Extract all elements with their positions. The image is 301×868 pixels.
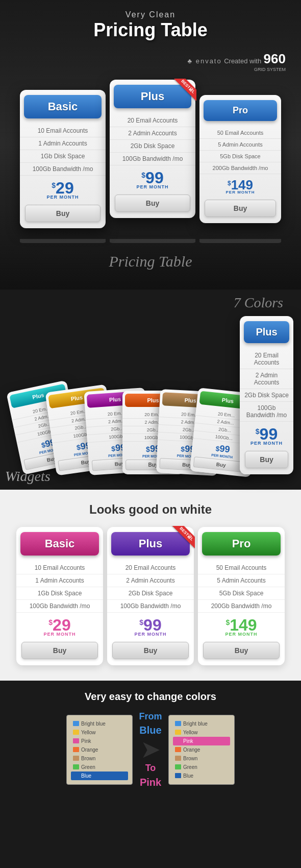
file-icon-bright-blue-left: [73, 721, 79, 726]
basic-dollar: $: [52, 182, 56, 189]
card-basic-dark: Basic 10 Email Accounts 1 Admin Accounts…: [20, 90, 106, 228]
card-basic-white: Basic 10 Email Accounts 1 Admin Accounts…: [16, 527, 103, 665]
bw-amount: 29: [53, 617, 71, 633]
bw-period: PER MONTH: [16, 632, 103, 637]
stacked-cards: Plus 20 Em... 2 Adm... 2Gb... 100Gb... $…: [15, 391, 255, 474]
from-to-text: From Blue: [139, 710, 162, 737]
file-item-orange-left: Orange: [71, 745, 128, 754]
pro-header-btn[interactable]: Pro: [204, 100, 277, 121]
best-deal-ribbon-white: [167, 526, 195, 554]
file-icon-brown-left: [73, 756, 79, 761]
grid-system-text: GRID SYSTEM: [5, 67, 286, 72]
fp-f3: 2Gb Disk Space: [240, 389, 293, 402]
file-icon-yellow-right: [175, 730, 181, 735]
file-icon-brown-right: [175, 756, 181, 761]
pw-buy[interactable]: Buy: [112, 642, 189, 659]
created-with-text: Created with: [224, 57, 261, 65]
fp-f4: 100Gb Bandwidth /mo: [240, 402, 293, 422]
fp-period: PER MONTH: [240, 441, 293, 446]
bw-f3: 1Gb Disk Space: [16, 587, 103, 600]
pw-period: PER MONTH: [107, 632, 194, 637]
basic-feature-1: 10 Email Accounts: [20, 125, 106, 137]
basic-header-btn[interactable]: Basic: [24, 95, 102, 118]
prw-f2: 5 Admin Accounts: [198, 574, 285, 587]
header-title: Pricing Table: [5, 19, 296, 41]
file-label-orange-right: Orange: [183, 747, 200, 753]
fp-dollar: $: [256, 428, 260, 435]
color-change-area: Bright blue Yellow Pink Orange Brown Gre…: [8, 710, 293, 789]
file-item-bright-blue-left: Bright blue: [71, 719, 128, 728]
file-icon-bright-blue-right: [175, 721, 181, 726]
pro-feature-1: 50 Email Accounts: [199, 127, 281, 139]
file-item-pink-right-selected[interactable]: Pink: [173, 737, 230, 745]
file-label-green-left: Green: [81, 764, 95, 770]
pw-f1: 20 Email Accounts: [107, 562, 194, 574]
file-icon-orange-left: [73, 747, 79, 752]
best-deal-ribbon: [168, 79, 196, 107]
basic-feature-4: 100Gb Bandwidth /mo: [20, 163, 106, 176]
script-pricing-text: Pricing Table: [109, 253, 192, 270]
reflection-cards: [5, 236, 296, 246]
plus-feature-1: 20 Email Accounts: [110, 114, 195, 127]
bw-dollar: $: [48, 619, 53, 626]
pro-feature-3: 5Gb Disk Space: [199, 151, 281, 162]
file-label-brown-left: Brown: [81, 756, 95, 761]
pro-period: PER MONTH: [199, 190, 281, 195]
file-item-brown-left: Brown: [71, 754, 128, 763]
bw-buy[interactable]: Buy: [21, 642, 98, 659]
featured-plus-btn[interactable]: Plus: [244, 321, 289, 343]
bw-price: $29 PER MONTH: [16, 617, 103, 637]
prw-buy[interactable]: Buy: [203, 642, 280, 659]
pro-white-btn[interactable]: Pro: [202, 532, 281, 556]
file-icon-green-left: [73, 764, 79, 769]
big-arrow: ➤: [140, 737, 161, 762]
basic-feature-3: 1Gb Disk Space: [20, 150, 106, 163]
file-label-pink-left: Pink: [81, 738, 91, 744]
nine60-text: 960: [264, 51, 286, 66]
card-pro-dark: Pro 50 Email Accounts 5 Admin Accounts 5…: [199, 95, 281, 223]
pw-price: $99 PER MONTH: [107, 617, 194, 637]
file-icon-yellow-left: [73, 730, 79, 735]
bw-f2: 1 Admin Accounts: [16, 574, 103, 587]
pw-f2: 2 Admin Accounts: [107, 574, 194, 587]
bottom-dark-section: Very easy to change colors Bright blue Y…: [0, 681, 301, 802]
prw-f4: 200Gb Bandwidth /mo: [198, 600, 285, 613]
prw-period: PER MONTH: [198, 632, 285, 637]
featured-plus-card: Plus 20 Email Accounts 2 Admin Accounts …: [240, 316, 293, 474]
prw-f3: 5Gb Disk Space: [198, 587, 285, 600]
plus-buy-btn[interactable]: Buy: [115, 195, 190, 212]
pro-buy-btn[interactable]: Buy: [205, 200, 276, 217]
widgets-row: Plus 20 Em... 2 Adm... 2Gb... 100Gb... $…: [8, 316, 293, 474]
plus-dollar: $: [141, 172, 145, 179]
file-item-yellow-right: Yellow: [173, 728, 230, 737]
header-subtitle: Very Clean: [5, 10, 296, 19]
dark-section: Very Clean Pricing Table ♣ envato Create…: [0, 0, 301, 290]
plus-price-area: $99 PER MONTH: [110, 170, 195, 189]
fp-amount: 99: [260, 426, 278, 442]
file-label-bright-blue-right: Bright blue: [183, 721, 208, 727]
file-icon-pink-right: [175, 738, 181, 743]
from-color: Blue: [139, 725, 161, 736]
pw-dollar: $: [139, 619, 143, 626]
file-item-green-left: Green: [71, 763, 128, 771]
file-label-yellow-left: Yellow: [81, 730, 96, 735]
file-item-brown-right: Brown: [173, 754, 230, 763]
basic-white-btn[interactable]: Basic: [20, 532, 99, 556]
plus-feature-3: 2Gb Disk Space: [110, 140, 195, 153]
to-text: To Pink: [140, 762, 161, 789]
card-pro-white: Pro 50 Email Accounts 5 Admin Accounts 5…: [198, 527, 285, 665]
pro-feature-4: 200Gb Bandwidth /mo: [199, 162, 281, 174]
fp-buy-btn[interactable]: Buy: [245, 451, 288, 468]
seven-colors-section: 7 Colors Plus 20 Em... 2 Adm... 2Gb... 1…: [0, 290, 301, 490]
plus-period: PER MONTH: [110, 185, 195, 189]
file-item-orange-right: Orange: [173, 745, 230, 754]
file-item-blue-left-selected[interactable]: Blue: [71, 771, 128, 780]
basic-buy-btn[interactable]: Buy: [25, 205, 101, 222]
to-color: Pink: [140, 777, 161, 788]
file-item-pink-left: Pink: [71, 737, 128, 745]
file-label-bright-blue-left: Bright blue: [81, 721, 106, 727]
bw-f4: 100Gb Bandwidth /mo: [16, 600, 103, 613]
bottom-section-title: Very easy to change colors: [8, 691, 293, 703]
file-label-pink-right: Pink: [183, 738, 193, 744]
file-item-bright-blue-right: Bright blue: [173, 719, 230, 728]
